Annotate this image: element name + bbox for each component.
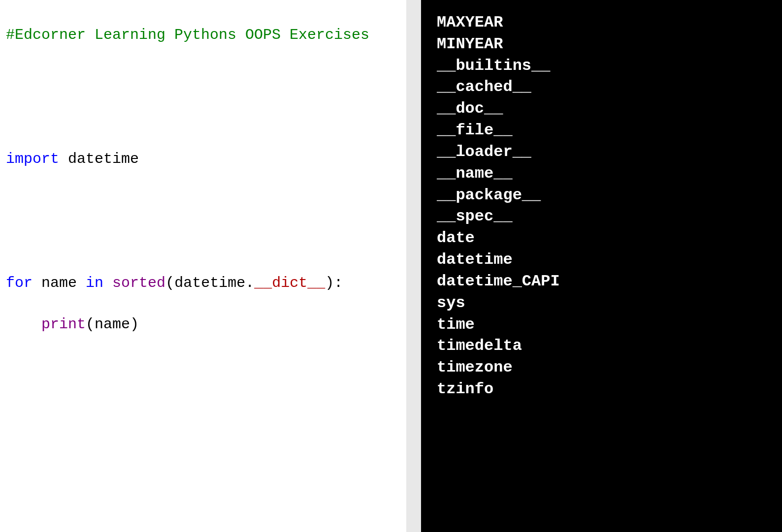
- output-line: __doc__: [437, 98, 766, 120]
- keyword-import: import: [6, 151, 59, 167]
- code-line-blank: [6, 231, 400, 252]
- close-paren: ): [325, 275, 334, 291]
- output-line: __package__: [437, 185, 766, 206]
- space-token: [103, 275, 112, 291]
- output-line: sys: [437, 292, 766, 314]
- loop-var: name: [41, 275, 77, 291]
- terminal-output-pane[interactable]: MAXYEAR MINYEAR __builtins__ __cached__ …: [421, 0, 782, 532]
- output-line: __loader__: [437, 141, 766, 163]
- arg-name: name: [95, 316, 130, 333]
- object-datetime: datetime: [174, 275, 245, 291]
- output-line: MAXYEAR: [437, 12, 766, 33]
- output-line: MINYEAR: [437, 33, 766, 55]
- output-line: __spec__: [437, 206, 766, 227]
- code-line-blank: [6, 107, 400, 128]
- code-line-for: for name in sorted(datetime.__dict__):: [6, 273, 400, 293]
- output-line: date: [437, 227, 766, 249]
- builtin-sorted: sorted: [112, 275, 165, 291]
- code-line-comment: #Edcorner Learning Pythons OOPS Exercise…: [6, 25, 400, 45]
- output-line: time: [437, 314, 766, 336]
- module-name: datetime: [68, 151, 139, 167]
- output-line: __cached__: [437, 76, 766, 98]
- output-line: timedelta: [437, 335, 766, 357]
- output-line: datetime: [437, 249, 766, 271]
- pane-divider[interactable]: [406, 0, 421, 532]
- open-paren: (: [165, 275, 174, 291]
- comment-token: #Edcorner Learning Pythons OOPS Exercise…: [6, 27, 369, 43]
- code-line-blank: [6, 190, 400, 211]
- output-line: __builtins__: [437, 55, 766, 77]
- keyword-for: for: [6, 275, 33, 291]
- space-token: [59, 151, 68, 167]
- output-line: __file__: [437, 120, 766, 141]
- space-token: [77, 275, 86, 291]
- code-line-blank: [6, 66, 400, 87]
- output-line: __name__: [437, 163, 766, 185]
- code-editor-pane[interactable]: #Edcorner Learning Pythons OOPS Exercise…: [0, 0, 406, 532]
- indent-token: [6, 316, 41, 333]
- keyword-in: in: [86, 275, 103, 291]
- code-line-print: print(name): [6, 314, 400, 335]
- builtin-print: print: [41, 316, 86, 333]
- dot-token: .: [245, 275, 254, 291]
- close-paren: ): [130, 316, 139, 333]
- output-line: datetime_CAPI: [437, 271, 766, 292]
- colon-token: :: [334, 275, 343, 291]
- space-token: [33, 275, 41, 291]
- dunder-dict: __dict__: [254, 275, 325, 291]
- code-line-import: import datetime: [6, 149, 400, 169]
- open-paren: (: [86, 316, 95, 333]
- output-line: timezone: [437, 357, 766, 378]
- output-line: tzinfo: [437, 378, 766, 400]
